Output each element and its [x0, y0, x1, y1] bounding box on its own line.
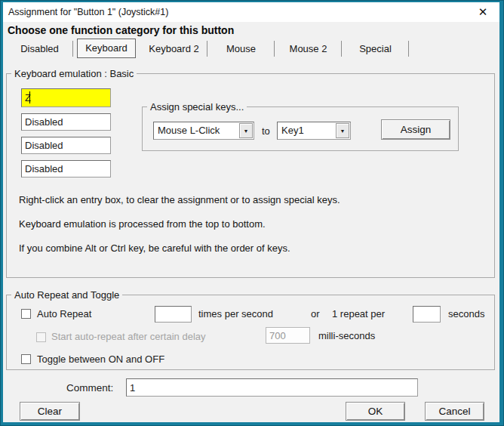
to-label: to	[262, 125, 270, 137]
times-per-second-input[interactable]	[155, 306, 192, 323]
tab-keyboard-2[interactable]: Keyboard 2	[140, 40, 207, 58]
key-entry-3[interactable]	[21, 137, 111, 154]
repeat-seconds-input[interactable]	[413, 306, 441, 323]
cancel-button[interactable]: Cancel	[425, 402, 484, 421]
special-key-target-dropdown[interactable]: Key1 ▼	[277, 122, 351, 140]
chevron-down-icon[interactable]: ▼	[239, 123, 253, 138]
ok-button[interactable]: OK	[346, 402, 405, 421]
special-key-source-dropdown[interactable]: Mouse L-Click ▼	[153, 122, 254, 140]
tab-mouse-2[interactable]: Mouse 2	[275, 40, 342, 58]
comment-input[interactable]	[126, 378, 418, 397]
start-delay-checkbox[interactable]	[36, 332, 46, 342]
info-alt-ctrl: If you combine Alt or Ctrl key, be caref…	[19, 242, 290, 254]
assign-button[interactable]: Assign	[381, 119, 450, 140]
assign-special-keys-label: Assign special keys...	[147, 101, 247, 113]
key-entry-1[interactable]	[21, 88, 111, 107]
info-right-click: Right-click an entry box, to clear the a…	[19, 194, 340, 205]
tab-mouse[interactable]: Mouse	[207, 40, 275, 58]
auto-repeat-checkbox[interactable]	[21, 309, 31, 319]
window-title: Assignment for "Button 1" (Joystick#1)	[3, 7, 168, 17]
key-entry-2[interactable]	[21, 113, 111, 131]
assignment-dialog: Assignment for "Button 1" (Joystick#1) ✕…	[0, 0, 504, 426]
text-caret	[29, 91, 30, 103]
toggle-label: Toggle between ON and OFF	[37, 353, 164, 365]
milliseconds-label: milli-seconds	[318, 330, 375, 341]
tab-special[interactable]: Special	[342, 40, 409, 58]
comment-label: Comment:	[66, 382, 113, 394]
special-key-target-value: Key1	[278, 122, 335, 139]
times-per-second-label: times per second	[198, 308, 273, 320]
auto-repeat-group-label: Auto Repeat and Toggle	[11, 289, 122, 301]
delay-milliseconds-input[interactable]	[266, 327, 310, 344]
category-tabs: Disabled Keyboard Keyboard 2 Mouse Mouse…	[6, 39, 409, 58]
or-label: or	[311, 308, 320, 320]
start-delay-label: Start auto-repeat after certain delay	[51, 331, 206, 342]
toggle-checkbox[interactable]	[21, 354, 31, 364]
info-processing-order: Keyboard emulation is processed from the…	[19, 218, 266, 230]
special-key-source-value: Mouse L-Click	[154, 122, 238, 139]
page-title: Choose one function category for this bu…	[8, 24, 234, 36]
chevron-down-icon[interactable]: ▼	[336, 123, 349, 138]
close-icon[interactable]: ✕	[466, 2, 499, 22]
one-repeat-per-label: 1 repeat per	[332, 308, 385, 320]
auto-repeat-label: Auto Repeat	[37, 308, 91, 320]
titlebar: Assignment for "Button 1" (Joystick#1) ✕	[3, 2, 499, 22]
tab-keyboard[interactable]: Keyboard	[77, 39, 136, 58]
seconds-label: seconds	[448, 308, 484, 320]
tab-disabled[interactable]: Disabled	[6, 40, 73, 58]
key-entry-4[interactable]	[21, 160, 111, 178]
clear-button[interactable]: Clear	[20, 402, 80, 421]
keyboard-emulation-group-label: Keyboard emulation : Basic	[11, 68, 137, 79]
